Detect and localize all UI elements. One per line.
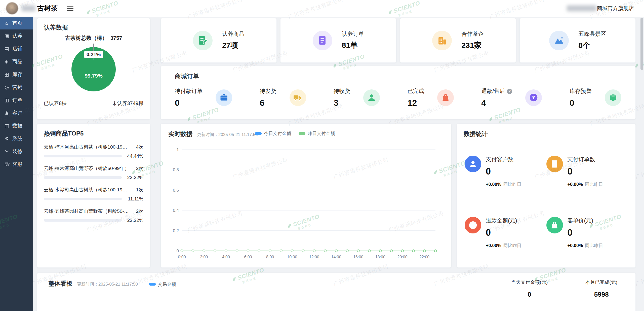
sidebar-item-marketing[interactable]: ◎营销: [0, 81, 33, 94]
sidebar-item-label: 店铺: [12, 45, 22, 52]
chart-legend: 今日支付金额昨日支付金额: [255, 130, 335, 136]
svg-text:0.6: 0.6: [173, 188, 179, 193]
svg-text:12:00: 12:00: [309, 255, 319, 259]
data-stat-value: 0: [486, 227, 521, 238]
redacted-text: [567, 5, 596, 11]
sidebar-item-home[interactable]: ⌂首页: [0, 17, 33, 29]
order-stat-refund-aftersale[interactable]: 退款/售后?4¥: [481, 87, 542, 108]
delta-value: +0.00%: [486, 182, 501, 187]
order-stat-text: 已完成12: [408, 87, 424, 108]
stat-label: 合作茶企: [461, 30, 484, 38]
redacted-text: [22, 5, 35, 11]
decoration-icon: ✂: [4, 149, 10, 154]
svg-text:6:00: 6:00: [244, 255, 252, 259]
stat-value: 8个: [578, 40, 606, 51]
sidebar-item-shop[interactable]: ▤店铺: [0, 42, 33, 55]
realtime-line-chart: 00.20.40.60.810:002:004:006:008:0010:001…: [167, 146, 445, 262]
tree-total-label: 古茶树总数（棵）: [65, 35, 107, 41]
main-content: 认养数据 古茶树总数（棵）3757 0.21% 99.79% 已认养8棵 未认养…: [33, 17, 644, 311]
stat-info: 认养商品27项: [222, 30, 244, 51]
sidebar-menu: ⌂首页▣认养▤店铺◈商品▦库存◎营销▥订单♟客户◫数据⚙系统✂装修☏客服: [0, 17, 33, 171]
legend-item[interactable]: 今日支付金额: [255, 130, 291, 136]
data-icon: ◫: [4, 123, 10, 129]
data-stat-text: 客单价(元) 0 +0.00%同比昨日: [568, 217, 603, 249]
order-stat-value: 4: [481, 98, 512, 108]
scrollbar[interactable]: [640, 18, 643, 310]
orders-icon: ▥: [4, 97, 10, 103]
card-title: 实时数据: [168, 130, 192, 138]
product-name: 云峰·五峰茶园村高山荒野茶（树龄50-99年）: [44, 208, 129, 215]
order-stat-label: 待发货: [260, 87, 276, 95]
svg-text:0.8: 0.8: [173, 167, 179, 172]
order-stat-value: 3: [334, 98, 350, 108]
data-stat-value: 0: [568, 166, 603, 177]
overview-stat-today-payment: 当天支付金额(元)0: [511, 279, 548, 298]
order-stat-stock-warning[interactable]: 库存预警0: [570, 87, 621, 108]
sidebar-item-label: 认养: [12, 32, 22, 39]
scrollbar-thumb[interactable]: [640, 18, 643, 70]
tea-partners-icon: [432, 31, 452, 50]
svg-text:8:00: 8:00: [266, 255, 274, 259]
hot-product-item: 云峰·楠木河高山荒野茶（树龄50-99年）2次 22.22%: [44, 165, 143, 180]
data-stat-label: 退款金额(元): [486, 217, 521, 224]
statistics-grid: 支付客户数 0 +0.00%同比昨日 支付订单数 0 +0.00%同比昨日 ¥ …: [464, 140, 629, 262]
delta-label: 同比昨日: [503, 182, 521, 187]
order-stat-pending-receipt[interactable]: 待收货3: [334, 87, 380, 108]
data-statistics-card: 数据统计 支付客户数 0 +0.00%同比昨日 支付订单数 0 +0.00%同比…: [457, 124, 636, 268]
sale-count: 4次: [136, 144, 143, 150]
sidebar-item-adoption[interactable]: ▣认养: [0, 29, 33, 42]
delta-value: +0.00%: [568, 182, 583, 187]
sidebar-item-data[interactable]: ◫数据: [0, 119, 33, 132]
legend-item[interactable]: 昨日支付金额: [299, 130, 335, 136]
pay-orders-icon: [546, 156, 563, 172]
svg-text:2:00: 2:00: [200, 255, 208, 259]
app-root: 古树茶 商城官方旗舰店 ⌂首页▣认养▤店铺◈商品▦库存◎营销▥订单♟客户◫数据⚙…: [0, 0, 644, 311]
sidebar-item-goods[interactable]: ◈商品: [0, 55, 33, 68]
stat-label: 认养商品: [222, 30, 244, 38]
avg-order-value-icon: [546, 217, 563, 233]
stat-label: 五峰县景区: [578, 30, 606, 38]
adopted-label: 已认养8棵: [44, 100, 67, 107]
order-stat-label: 退款/售后?: [481, 87, 512, 95]
order-stat-completed[interactable]: 已完成12: [408, 87, 454, 108]
sale-percent: 44.44%: [125, 153, 143, 159]
sidebar-item-service[interactable]: ☏客服: [0, 158, 33, 171]
order-stat-pending-shipment[interactable]: 待发货6: [260, 87, 306, 108]
data-stat-pay-orders: 支付订单数 0 +0.00%同比昨日: [546, 140, 628, 201]
sidebar-item-decoration[interactable]: ✂装修: [0, 145, 33, 158]
adoption-pie-chart: 0.21% 99.79%: [44, 43, 143, 96]
hot-products-card: 热销商品TOP5 云栖·楠木河高山古树茶（树龄100-199年）4次 44.44…: [37, 124, 150, 268]
delta-label: 同比昨日: [585, 182, 603, 187]
stat-card-tea-partners[interactable]: 合作茶企231家: [400, 18, 516, 63]
stat-card-scenic-spots[interactable]: 五峰县景区8个: [519, 18, 636, 63]
svg-text:20:00: 20:00: [397, 255, 407, 259]
pie-small-slice-label: 0.21%: [84, 51, 103, 58]
overview-stat-label: 本月已完成(元): [585, 279, 617, 286]
order-stat-pending-payment[interactable]: 待付款订单0: [175, 87, 232, 108]
stat-card-adopt-orders[interactable]: 认养订单81单: [280, 18, 396, 63]
delta-label: 同比昨日: [585, 243, 603, 248]
help-icon[interactable]: ?: [507, 89, 512, 94]
order-stat-value: 0: [570, 98, 592, 108]
sidebar-item-label: 首页: [12, 20, 22, 26]
data-stat-label: 客单价(元): [568, 217, 603, 224]
menu-toggle-icon[interactable]: [67, 6, 73, 11]
stat-info: 五峰县景区8个: [578, 30, 606, 51]
sidebar: ⌂首页▣认养▤店铺◈商品▦库存◎营销▥订单♟客户◫数据⚙系统✂装修☏客服: [0, 17, 33, 311]
sale-percent: 11.11%: [125, 196, 143, 202]
sidebar-item-system[interactable]: ⚙系统: [0, 132, 33, 145]
stat-card-adopt-goods[interactable]: 认养商品27项: [160, 18, 277, 63]
data-stat-pay-customers: 支付客户数 0 +0.00%同比昨日: [465, 140, 546, 201]
pay-customers-icon: [465, 156, 481, 172]
avatar[interactable]: [6, 2, 18, 14]
realtime-data-card: 实时数据 更新时间：2025-05-21 11:17:50 今日支付金额昨日支付…: [160, 124, 451, 268]
sidebar-item-orders[interactable]: ▥订单: [0, 94, 33, 107]
sidebar-item-inventory[interactable]: ▦库存: [0, 68, 33, 81]
svg-text:¥: ¥: [532, 95, 536, 101]
data-stat-text: 支付订单数 0 +0.00%同比昨日: [568, 156, 603, 187]
svg-text:14:00: 14:00: [331, 255, 341, 259]
shop-icon: ▤: [4, 46, 10, 52]
svg-text:0.4: 0.4: [173, 208, 179, 213]
sidebar-item-customers[interactable]: ♟客户: [0, 107, 33, 119]
inventory-icon: ▦: [4, 72, 10, 77]
